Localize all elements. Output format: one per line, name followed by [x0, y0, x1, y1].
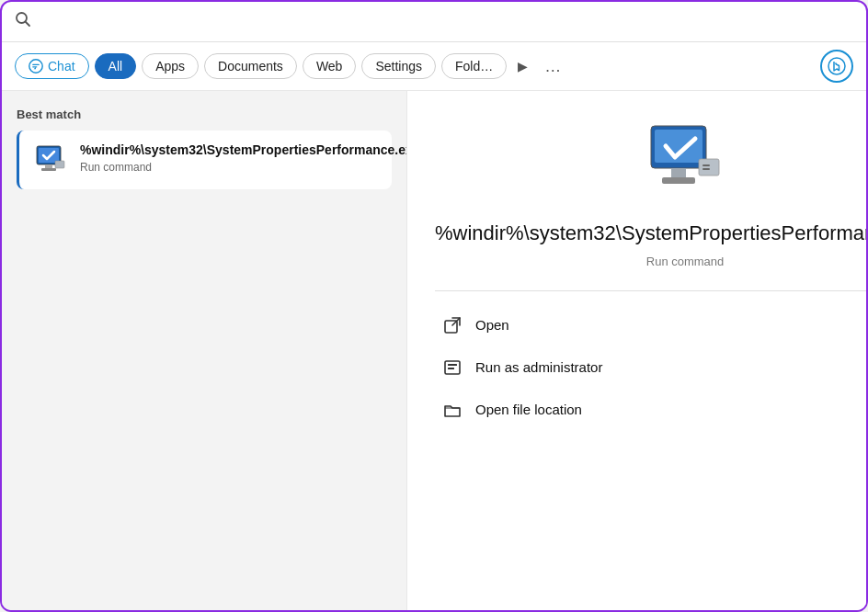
detail-subtitle: Run command	[646, 255, 725, 268]
bing-button[interactable]	[820, 50, 853, 83]
action-open[interactable]: Open	[435, 306, 868, 345]
action-file-location-label: Open file location	[475, 402, 582, 417]
open-icon	[442, 315, 463, 335]
svg-rect-13	[662, 177, 695, 184]
action-open-file-location[interactable]: Open file location	[435, 391, 868, 429]
svg-rect-16	[702, 168, 710, 170]
action-admin-label: Run as administrator	[475, 359, 602, 375]
svg-rect-9	[55, 161, 64, 168]
tab-all[interactable]: All	[95, 53, 137, 79]
tab-web[interactable]: Web	[303, 53, 357, 79]
svg-rect-6	[39, 148, 59, 163]
tab-apps[interactable]: Apps	[142, 53, 199, 79]
more-options-button[interactable]: …	[539, 53, 566, 80]
result-item-icon	[32, 142, 69, 178]
svg-rect-7	[45, 164, 52, 168]
svg-rect-8	[41, 168, 56, 171]
detail-divider	[435, 290, 868, 291]
search-bar: %windir%\system32\SystemPropertiesPerfor…	[2, 2, 866, 42]
result-subtitle: Run command	[80, 161, 420, 174]
svg-rect-11	[655, 130, 702, 163]
result-title: %windir%\system32\SystemPropertiesPerfor…	[80, 142, 420, 158]
main-content: Best match	[2, 91, 866, 610]
right-panel: %windir%\system32\SystemPropertiesPerfor…	[406, 91, 868, 610]
svg-rect-20	[448, 368, 454, 369]
search-panel: %windir%\system32\SystemPropertiesPerfor…	[0, 0, 868, 612]
tab-documents[interactable]: Documents	[204, 53, 297, 79]
svg-rect-15	[702, 164, 710, 166]
svg-line-1	[26, 22, 30, 27]
more-tabs-arrow[interactable]: ▶	[512, 55, 533, 77]
detail-icon	[644, 119, 726, 201]
svg-rect-14	[699, 159, 719, 176]
filter-tabs: Chat All Apps Documents Web Settings Fol…	[2, 42, 866, 91]
search-icon	[15, 11, 31, 32]
best-match-item[interactable]: %windir%\system32\SystemPropertiesPerfor…	[17, 130, 392, 189]
tab-chat[interactable]: Chat	[15, 53, 89, 79]
left-panel: Best match	[2, 91, 406, 610]
result-text: %windir%\system32\SystemPropertiesPerfor…	[80, 142, 420, 174]
search-input[interactable]: %windir%\system32\SystemPropertiesPerfor…	[39, 14, 853, 30]
folder-icon	[442, 400, 463, 420]
detail-title: %windir%\system32\SystemPropertiesPerfor…	[435, 220, 868, 247]
action-list: Open Run as administrator	[435, 306, 868, 429]
action-run-as-admin[interactable]: Run as administrator	[435, 348, 868, 387]
admin-icon	[442, 357, 463, 378]
svg-rect-12	[671, 168, 686, 177]
tab-folders[interactable]: Fold…	[441, 53, 507, 79]
svg-rect-19	[448, 364, 457, 366]
best-match-label: Best match	[17, 108, 392, 121]
svg-point-2	[29, 60, 42, 73]
action-open-label: Open	[475, 317, 509, 333]
tab-settings[interactable]: Settings	[361, 53, 436, 79]
svg-point-4	[828, 58, 845, 74]
